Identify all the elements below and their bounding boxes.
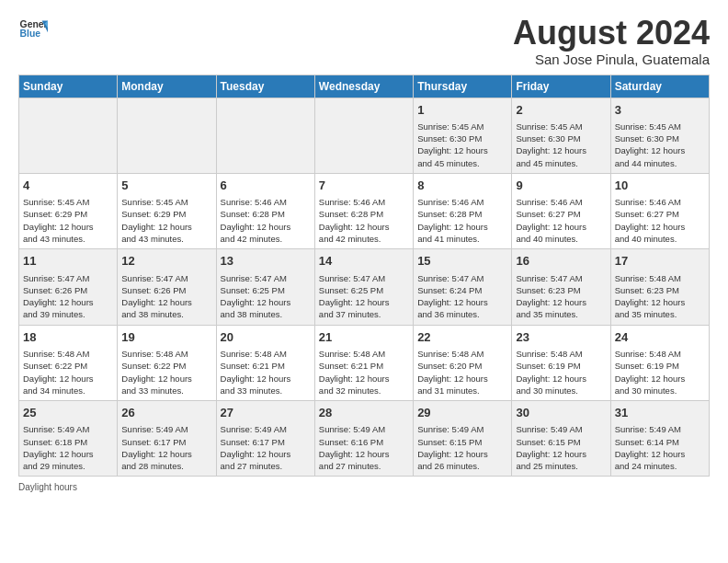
day-number: 26 <box>121 405 211 421</box>
day-number: 9 <box>516 178 606 194</box>
day-number: 22 <box>417 329 507 346</box>
day-info: Sunset: 6:23 PM <box>615 284 705 296</box>
day-info: Daylight: 12 hours <box>417 448 507 460</box>
day-info: Daylight: 12 hours <box>615 221 705 233</box>
week-row-5: 25Sunrise: 5:49 AMSunset: 6:18 PMDayligh… <box>19 401 710 477</box>
logo-icon: General Blue <box>18 15 48 44</box>
day-info: Sunset: 6:21 PM <box>221 360 311 372</box>
day-info: Daylight: 12 hours <box>615 144 705 156</box>
day-cell: 7Sunrise: 5:46 AMSunset: 6:28 PMDaylight… <box>314 173 413 248</box>
title-block: August 2024 San Jose Pinula, Guatemala <box>513 15 710 67</box>
day-info: Daylight: 12 hours <box>23 448 113 460</box>
day-info: Sunrise: 5:46 AM <box>615 196 705 208</box>
day-info: Sunrise: 5:46 AM <box>221 196 311 208</box>
day-info: Sunrise: 5:45 AM <box>516 121 606 132</box>
day-info: and 44 minutes. <box>615 157 705 169</box>
day-info: Sunset: 6:28 PM <box>417 208 507 220</box>
day-info: and 38 minutes. <box>121 308 211 320</box>
day-info: and 41 minutes. <box>417 233 507 245</box>
col-header-tuesday: Tuesday <box>216 75 314 98</box>
day-cell: 2Sunrise: 5:45 AMSunset: 6:30 PMDaylight… <box>512 98 610 173</box>
day-info: Daylight: 12 hours <box>23 221 113 233</box>
day-info: Sunrise: 5:46 AM <box>516 196 606 208</box>
day-info: Sunrise: 5:48 AM <box>319 348 409 360</box>
day-info: Sunset: 6:21 PM <box>319 360 409 372</box>
main-title: August 2024 <box>513 15 710 52</box>
day-info: Sunset: 6:17 PM <box>121 436 211 448</box>
day-info: Daylight: 12 hours <box>221 221 311 233</box>
day-number: 30 <box>516 405 606 421</box>
day-info: and 43 minutes. <box>23 233 113 245</box>
day-info: Sunset: 6:27 PM <box>615 208 705 220</box>
day-info: Sunset: 6:25 PM <box>221 284 311 296</box>
day-info: Sunrise: 5:45 AM <box>615 121 705 132</box>
day-cell: 14Sunrise: 5:47 AMSunset: 6:25 PMDayligh… <box>314 249 413 325</box>
col-header-thursday: Thursday <box>414 75 512 98</box>
day-number: 4 <box>23 178 113 194</box>
day-info: Sunrise: 5:47 AM <box>417 272 507 284</box>
day-info: and 30 minutes. <box>516 385 606 396</box>
day-info: and 35 minutes. <box>615 308 705 320</box>
day-cell <box>118 98 216 173</box>
col-header-friday: Friday <box>512 75 610 98</box>
col-header-sunday: Sunday <box>19 75 118 98</box>
day-info: Daylight: 12 hours <box>516 144 606 156</box>
day-info: Sunset: 6:22 PM <box>23 360 113 372</box>
header: General Blue August 2024 San Jose Pinula… <box>18 15 710 67</box>
day-info: Sunrise: 5:48 AM <box>221 348 311 360</box>
day-cell <box>216 98 314 173</box>
day-number: 16 <box>516 253 606 270</box>
day-info: and 42 minutes. <box>319 233 409 245</box>
day-info: Sunset: 6:24 PM <box>417 284 507 296</box>
day-cell: 30Sunrise: 5:49 AMSunset: 6:15 PMDayligh… <box>512 401 610 477</box>
day-cell: 16Sunrise: 5:47 AMSunset: 6:23 PMDayligh… <box>512 249 610 325</box>
day-info: Sunrise: 5:49 AM <box>516 423 606 435</box>
day-cell: 24Sunrise: 5:48 AMSunset: 6:19 PMDayligh… <box>610 325 709 400</box>
day-info: Sunrise: 5:48 AM <box>23 348 113 360</box>
day-info: and 40 minutes. <box>615 233 705 245</box>
day-info: and 45 minutes. <box>516 157 606 169</box>
day-info: Daylight: 12 hours <box>516 296 606 308</box>
day-number: 11 <box>23 253 113 270</box>
day-number: 7 <box>319 178 409 194</box>
day-info: Daylight: 12 hours <box>516 448 606 460</box>
day-info: Daylight: 12 hours <box>417 373 507 385</box>
day-info: Sunset: 6:22 PM <box>121 360 211 372</box>
day-number: 31 <box>615 405 705 421</box>
day-info: Daylight: 12 hours <box>615 448 705 460</box>
day-number: 15 <box>417 253 507 270</box>
day-info: and 43 minutes. <box>121 233 211 245</box>
day-cell: 21Sunrise: 5:48 AMSunset: 6:21 PMDayligh… <box>314 325 413 400</box>
day-number: 19 <box>121 329 211 346</box>
day-info: and 26 minutes. <box>417 460 507 472</box>
day-number: 21 <box>319 329 409 346</box>
logo: General Blue <box>18 15 48 44</box>
day-info: Sunset: 6:14 PM <box>615 436 705 448</box>
day-number: 25 <box>23 405 113 421</box>
day-info: Sunrise: 5:49 AM <box>319 423 409 435</box>
day-cell: 6Sunrise: 5:46 AMSunset: 6:28 PMDaylight… <box>216 173 314 248</box>
day-cell: 31Sunrise: 5:49 AMSunset: 6:14 PMDayligh… <box>610 401 709 477</box>
day-info: Sunset: 6:29 PM <box>23 208 113 220</box>
day-info: Daylight: 12 hours <box>221 373 311 385</box>
day-info: Sunrise: 5:45 AM <box>121 196 211 208</box>
day-cell: 15Sunrise: 5:47 AMSunset: 6:24 PMDayligh… <box>414 249 512 325</box>
day-info: Sunset: 6:27 PM <box>516 208 606 220</box>
day-info: Sunset: 6:15 PM <box>417 436 507 448</box>
day-info: Sunrise: 5:49 AM <box>221 423 311 435</box>
day-info: Sunset: 6:30 PM <box>615 132 705 144</box>
day-info: and 24 minutes. <box>615 460 705 472</box>
day-info: Daylight: 12 hours <box>121 373 211 385</box>
day-cell: 5Sunrise: 5:45 AMSunset: 6:29 PMDaylight… <box>118 173 216 248</box>
day-cell: 19Sunrise: 5:48 AMSunset: 6:22 PMDayligh… <box>118 325 216 400</box>
day-info: and 40 minutes. <box>516 233 606 245</box>
day-cell: 26Sunrise: 5:49 AMSunset: 6:17 PMDayligh… <box>118 401 216 477</box>
day-info: Sunset: 6:19 PM <box>516 360 606 372</box>
day-cell: 25Sunrise: 5:49 AMSunset: 6:18 PMDayligh… <box>19 401 118 477</box>
day-info: and 27 minutes. <box>319 460 409 472</box>
footer-label: Daylight hours <box>18 482 77 492</box>
day-info: Sunrise: 5:48 AM <box>121 348 211 360</box>
main-container: General Blue August 2024 San Jose Pinula… <box>0 0 728 501</box>
day-info: Sunrise: 5:46 AM <box>417 196 507 208</box>
day-info: Sunrise: 5:48 AM <box>615 348 705 360</box>
